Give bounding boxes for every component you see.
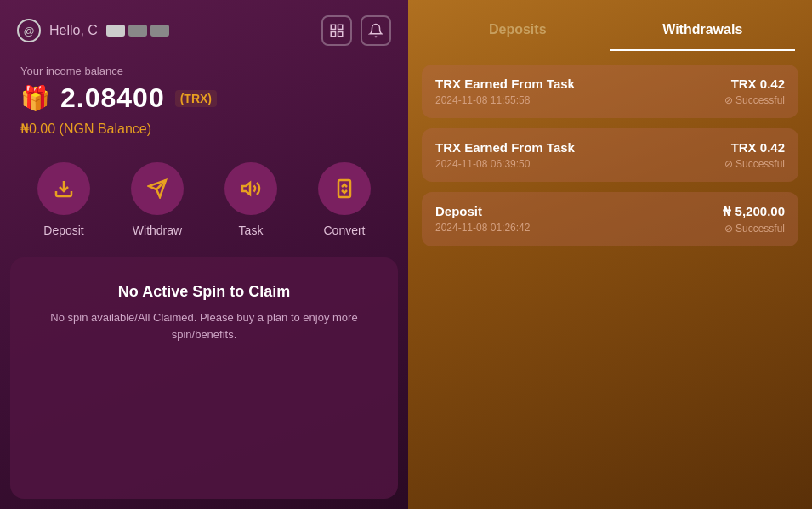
tx-status-1: ⊘ Successful: [724, 158, 785, 170]
tx-left-0: TRX Earned From Task 2024-11-08 11:55:58: [435, 76, 575, 106]
tx-title-1: TRX Earned From Task: [435, 140, 575, 155]
header-left: @ Hello, C: [17, 19, 169, 42]
ngn-balance: ₦0.00 (NGN Balance): [20, 121, 388, 137]
tx-amount-1: TRX 0.42: [731, 140, 785, 155]
task-label: Task: [239, 223, 264, 237]
task-circle: [224, 162, 277, 215]
tab-withdrawals[interactable]: Withdrawals: [610, 14, 796, 51]
spin-title: No Active Spin to Claim: [31, 283, 378, 301]
tx-left-2: Deposit 2024-11-08 01:26:42: [435, 204, 530, 234]
check-icon-1: ⊘: [724, 158, 733, 170]
svg-rect-2: [331, 32, 335, 37]
at-icon: @: [17, 19, 41, 42]
spin-description: No spin available/All Claimed. Please bu…: [31, 309, 378, 342]
tx-status-0: ⊘ Successful: [724, 94, 785, 106]
transaction-item-2: Deposit 2024-11-08 01:26:42 ₦ 5,200.00 ⊘…: [422, 192, 798, 246]
toggle-group: [106, 25, 169, 37]
balance-row: 🎁 2.08400 (TRX): [20, 82, 388, 114]
balance-amount: 2.08400: [60, 82, 165, 114]
tabs: Deposits Withdrawals: [408, 0, 812, 51]
greeting-text: Hello, C: [49, 23, 98, 38]
convert-label: Convert: [323, 223, 365, 237]
tx-right-0: TRX 0.42 ⊘ Successful: [724, 76, 785, 106]
tx-right-1: TRX 0.42 ⊘ Successful: [724, 140, 785, 170]
withdraw-circle: [131, 162, 184, 215]
withdraw-label: Withdraw: [133, 223, 182, 237]
right-panel: Deposits Withdrawals TRX Earned From Tas…: [408, 0, 812, 509]
task-action[interactable]: Task: [224, 162, 277, 237]
transaction-item-1: TRX Earned From Task 2024-11-08 06:39:50…: [422, 128, 798, 182]
convert-circle: [318, 162, 371, 215]
tx-date-1: 2024-11-08 06:39:50: [435, 158, 575, 170]
toggle-block-3: [150, 25, 169, 37]
svg-marker-7: [242, 183, 250, 195]
scan-button[interactable]: [321, 15, 352, 46]
header-right: [321, 15, 391, 46]
tx-title-0: TRX Earned From Task: [435, 76, 575, 91]
tx-status-2: ⊘ Successful: [724, 223, 785, 235]
balance-section: Your income balance 🎁 2.08400 (TRX) ₦0.0…: [0, 56, 408, 154]
svg-rect-1: [338, 25, 343, 29]
action-buttons: Deposit Withdraw Task: [0, 154, 408, 257]
tx-amount-2: ₦ 5,200.00: [723, 204, 785, 219]
tx-left-1: TRX Earned From Task 2024-11-08 06:39:50: [435, 140, 575, 170]
check-icon-2: ⊘: [724, 223, 733, 235]
convert-action[interactable]: Convert: [318, 162, 371, 237]
svg-rect-8: [338, 180, 350, 197]
deposit-label: Deposit: [43, 223, 83, 237]
tx-amount-0: TRX 0.42: [731, 76, 785, 91]
left-panel: @ Hello, C Your inc: [0, 0, 408, 509]
withdraw-action[interactable]: Withdraw: [131, 162, 184, 237]
deposit-circle: [37, 162, 90, 215]
income-label: Your income balance: [20, 65, 388, 77]
tx-date-2: 2024-11-08 01:26:42: [435, 222, 530, 234]
tx-date-0: 2024-11-08 11:55:58: [435, 94, 575, 106]
toggle-block-2: [128, 25, 147, 37]
header: @ Hello, C: [0, 0, 408, 56]
svg-rect-0: [331, 25, 335, 29]
svg-rect-3: [338, 32, 343, 37]
tab-deposits[interactable]: Deposits: [425, 14, 610, 51]
tx-right-2: ₦ 5,200.00 ⊘ Successful: [723, 204, 785, 235]
spin-section: No Active Spin to Claim No spin availabl…: [10, 257, 398, 499]
transaction-item-0: TRX Earned From Task 2024-11-08 11:55:58…: [422, 65, 798, 118]
check-icon-0: ⊘: [724, 94, 733, 106]
deposit-action[interactable]: Deposit: [37, 162, 90, 237]
currency-tag: (TRX): [175, 90, 217, 107]
bell-button[interactable]: [361, 15, 391, 46]
transactions-list: TRX Earned From Task 2024-11-08 11:55:58…: [408, 51, 812, 260]
gift-icon: 🎁: [20, 84, 50, 112]
tx-title-2: Deposit: [435, 204, 530, 218]
toggle-block-1: [106, 25, 125, 37]
